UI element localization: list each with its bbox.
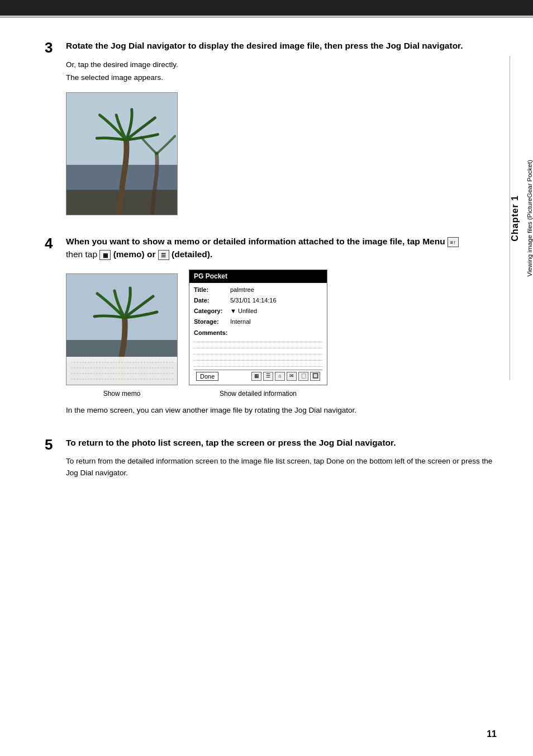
- pg-category-label: Category:: [194, 306, 230, 316]
- comment-line-4: [194, 357, 322, 361]
- pg-pocket-footer: Done ▦ ☰ ⌂ ✉ 📋 🔲: [194, 370, 322, 382]
- sidebar-chapter-title: Viewing image files (PictureGear Pocket): [525, 160, 533, 277]
- pg-pocket-date-row: Date: 5/31/01 14:14:16: [194, 296, 322, 305]
- step-4: 4 When you want to show a memo or detail…: [45, 235, 499, 416]
- step-4-heading-part4: (detailed).: [169, 249, 213, 259]
- step-3-heading: Rotate the Jog Dial navigator to display…: [66, 40, 463, 52]
- comment-line-3: [194, 351, 322, 355]
- pg-storage-label: Storage:: [194, 317, 230, 327]
- step-4-body-text: In the memo screen, you can view another…: [66, 405, 499, 417]
- pg-icon-4[interactable]: ✉: [287, 372, 297, 381]
- step-3-body: Or, tap the desired image directly. The …: [66, 59, 499, 216]
- pg-comment-lines: [194, 339, 322, 367]
- svg-rect-6: [66, 357, 178, 385]
- palm-svg-memo: [66, 274, 178, 385]
- pg-icon-5[interactable]: 📋: [298, 372, 308, 381]
- pg-category-value: ▼ Unfiled: [230, 306, 257, 316]
- sidebar-tab-content: Chapter 1 Viewing image files (PictureGe…: [508, 160, 533, 277]
- step-5-number: 5: [45, 437, 59, 453]
- step-5-heading: To return to the photo list screen, tap …: [66, 437, 396, 449]
- comment-line-1: [194, 339, 322, 342]
- pg-pocket-category-row: Category: ▼ Unfiled: [194, 306, 322, 316]
- pg-comments-label: Comments:: [194, 328, 322, 338]
- pg-date-value: 5/31/01 14:14:16: [230, 296, 277, 305]
- palm-image-memo: [66, 273, 178, 385]
- step-5-body: To return from the detailed information …: [66, 456, 499, 479]
- pg-pocket-title-row: Title: palmtree: [194, 285, 322, 295]
- step-3-number: 3: [45, 40, 59, 56]
- sidebar-chapter-label: Chapter 1: [508, 195, 522, 242]
- pg-icon-3[interactable]: ⌂: [275, 372, 285, 381]
- palm-image-step3: [66, 92, 178, 215]
- step-4-heading-part3: (memo) or: [111, 249, 158, 259]
- step-4-number: 4: [45, 235, 59, 252]
- step-4-body: Show memo PG Pocket Title: palmtree Date…: [66, 270, 499, 416]
- palm-svg-step3: [66, 93, 177, 215]
- pg-done-button[interactable]: Done: [196, 372, 218, 381]
- caption-show-detailed: Show detailed information: [220, 389, 297, 399]
- step-3-images: [66, 92, 499, 215]
- top-bar: [0, 0, 533, 16]
- pg-storage-value: Internal: [230, 317, 251, 327]
- step-4-right-col: PG Pocket Title: palmtree Date: 5/31/01 …: [189, 270, 327, 399]
- pg-title-value: palmtree: [230, 285, 254, 295]
- step-3-line1: Or, tap the desired image directly.: [66, 59, 499, 71]
- detail-icon: ☰: [158, 250, 169, 260]
- menu-icon: ≡↑: [448, 237, 459, 247]
- pg-icon-1[interactable]: ▦: [251, 372, 261, 381]
- step-3-header: 3 Rotate the Jog Dial navigator to displ…: [45, 40, 499, 56]
- step-3: 3 Rotate the Jog Dial navigator to displ…: [45, 40, 499, 215]
- comment-line-5: [194, 363, 322, 367]
- memo-icon: ▦: [99, 250, 111, 260]
- step-4-heading-part1: When you want to show a memo or detailed…: [66, 237, 448, 246]
- step-5-header: 5 To return to the photo list screen, ta…: [45, 437, 499, 453]
- pg-pocket-storage-row: Storage: Internal: [194, 317, 322, 327]
- caption-show-memo: Show memo: [103, 389, 141, 399]
- step-4-heading-part2: then tap: [66, 249, 97, 259]
- step-5-line1: To return from the detailed information …: [66, 456, 499, 479]
- comment-line-2: [194, 345, 322, 348]
- page-number: 11: [487, 729, 497, 739]
- main-content: 3 Rotate the Jog Dial navigator to displ…: [45, 17, 499, 533]
- step-4-thumb-row: Show memo PG Pocket Title: palmtree Date…: [66, 270, 499, 399]
- step-4-header: 4 When you want to show a memo or detail…: [45, 235, 499, 261]
- sidebar-tab: Chapter 1 Viewing image files (PictureGe…: [510, 56, 533, 380]
- pg-pocket-title-bar: PG Pocket: [189, 270, 327, 283]
- step-4-left-col: Show memo: [66, 273, 178, 399]
- pg-pocket-body: Title: palmtree Date: 5/31/01 14:14:16 C…: [189, 283, 327, 385]
- pg-footer-icons: ▦ ☰ ⌂ ✉ 📋 🔲: [251, 372, 320, 381]
- pg-date-label: Date:: [194, 296, 230, 305]
- step-3-line2: The selected image appears.: [66, 72, 499, 84]
- step-5: 5 To return to the photo list screen, ta…: [45, 437, 499, 479]
- pg-icon-6[interactable]: 🔲: [310, 372, 320, 381]
- pg-pocket-panel: PG Pocket Title: palmtree Date: 5/31/01 …: [189, 270, 327, 385]
- pg-title-label: Title:: [194, 285, 230, 295]
- pg-icon-2[interactable]: ☰: [263, 372, 273, 381]
- step-3-image-container: [66, 92, 178, 215]
- step-4-heading: When you want to show a memo or detailed…: [66, 235, 459, 261]
